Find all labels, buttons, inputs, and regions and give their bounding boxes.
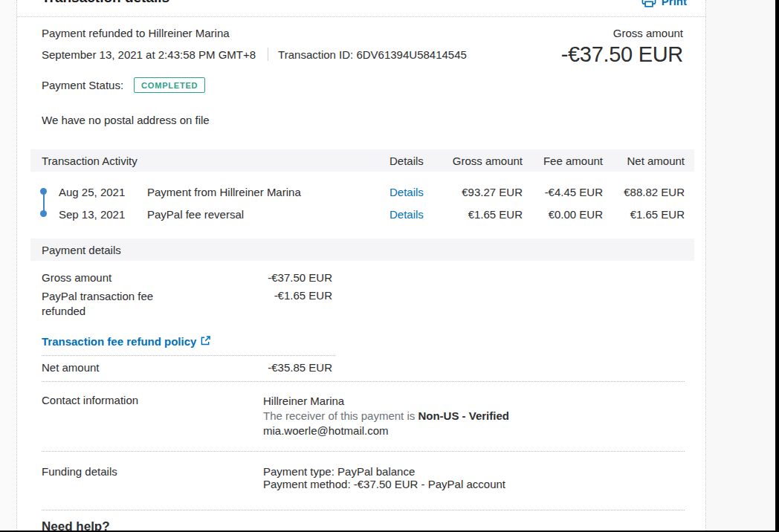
- table-row: Aug 25, 2021 Payment from Hillreiner Mar…: [42, 181, 685, 203]
- row-fee: €0.00 EUR: [523, 208, 603, 221]
- row-description: PayPal fee reversal: [147, 208, 371, 221]
- card-content: Payment refunded to Hillreiner Marina Gr…: [17, 27, 705, 532]
- activity-header-grid: Transaction Activity Details Gross amoun…: [42, 149, 685, 172]
- refund-title: Payment refunded to Hillreiner Marina: [42, 27, 230, 42]
- transaction-card: Transaction details Print Payment refund…: [16, 0, 706, 532]
- payment-detail-row: Gross amount -€37.50 EUR: [42, 271, 683, 284]
- detail-value: -€37.50 EUR: [248, 271, 332, 284]
- table-row: Sep 13, 2021 PayPal fee reversal Details…: [42, 203, 685, 225]
- gross-amount-label: Gross amount: [613, 27, 683, 42]
- row-fee: -€4.45 EUR: [523, 186, 603, 198]
- date-line: September 13, 2021 at 2:43:58 PM GMT+8 T…: [42, 46, 467, 62]
- external-link-icon: [201, 335, 210, 348]
- transaction-details-page: Transaction details Print Payment refund…: [0, 0, 779, 532]
- column-gross: Gross amount: [430, 155, 523, 167]
- divider: [42, 381, 685, 382]
- date-amount-row: September 13, 2021 at 2:43:58 PM GMT+8 T…: [42, 46, 683, 67]
- row-gross: €93.27 EUR: [430, 186, 523, 198]
- payment-details-title: Payment details: [42, 244, 121, 256]
- receiver-status: Non-US - Verified: [418, 409, 509, 422]
- funding-details-label: Funding details: [42, 465, 263, 490]
- receiver-status-line: The receiver of this payment is Non-US -…: [263, 409, 683, 424]
- row-net: €1.65 EUR: [603, 208, 685, 221]
- net-amount-row: Net amount -€35.85 EUR: [42, 361, 683, 374]
- net-amount-label: Net amount: [42, 361, 248, 374]
- print-label: Print: [662, 0, 687, 7]
- postal-note: We have no postal address on file: [42, 114, 683, 129]
- row-gross: €1.65 EUR: [430, 208, 523, 221]
- contact-information-label: Contact information: [42, 394, 263, 438]
- print-button[interactable]: Print: [641, 0, 687, 7]
- page-title: Transaction details: [42, 0, 169, 6]
- row-date: Aug 25, 2021: [42, 186, 147, 198]
- detail-label: Gross amount: [42, 271, 248, 284]
- receiver-status-prefix: The receiver of this payment is: [263, 409, 418, 422]
- row-net: €88.82 EUR: [603, 186, 685, 198]
- payment-type: Payment type: PayPal balance: [263, 465, 683, 478]
- row-description: Payment from Hillreiner Marina: [147, 186, 371, 198]
- contact-information-value: Hillreiner Marina The receiver of this p…: [263, 394, 683, 438]
- column-net: Net amount: [603, 155, 685, 167]
- activity-section-header: Transaction Activity Details Gross amoun…: [30, 149, 694, 172]
- vertical-separator: [268, 48, 268, 61]
- details-link[interactable]: Details: [390, 186, 424, 198]
- payment-status-label: Payment Status:: [42, 79, 123, 91]
- fee-refund-policy-link[interactable]: Transaction fee refund policy: [42, 334, 683, 348]
- activity-rows: Aug 25, 2021 Payment from Hillreiner Mar…: [42, 181, 683, 225]
- screen-edge-right: [775, 0, 779, 532]
- payment-detail-row: PayPal transaction fee refunded -€1.65 E…: [42, 289, 683, 319]
- activity-title: Transaction Activity: [42, 155, 371, 167]
- card-header: Transaction details Print: [17, 0, 705, 17]
- transaction-id: Transaction ID: 6DV61394U58414545: [278, 48, 467, 61]
- activity-timeline: [40, 181, 49, 225]
- funding-details-value: Payment type: PayPal balance Payment met…: [263, 465, 683, 490]
- contact-information-section: Contact information Hillreiner Marina Th…: [42, 394, 683, 438]
- row-date: Sep 13, 2021: [42, 208, 147, 221]
- fee-refund-policy-label: Transaction fee refund policy: [42, 335, 196, 348]
- payment-details-header: Payment details: [30, 239, 694, 261]
- refund-header-row: Payment refunded to Hillreiner Marina Gr…: [42, 27, 683, 42]
- detail-label: PayPal transaction fee refunded: [42, 289, 190, 319]
- gross-amount-value: -€37.50 EUR: [561, 42, 683, 67]
- contact-name: Hillreiner Marina: [263, 394, 683, 409]
- divider: [42, 355, 335, 356]
- details-link[interactable]: Details: [390, 208, 424, 221]
- payment-method: Payment method: -€37.50 EUR - PayPal acc…: [263, 478, 683, 490]
- print-icon: [641, 0, 656, 7]
- divider: [42, 510, 685, 510]
- transaction-date: September 13, 2021 at 2:43:58 PM GMT+8: [42, 48, 256, 61]
- timeline-dot: [40, 188, 47, 195]
- divider: [42, 451, 685, 452]
- right-margin: [707, 0, 775, 532]
- net-amount-value: -€35.85 EUR: [248, 361, 332, 374]
- column-details: Details: [371, 155, 430, 167]
- detail-value: -€1.65 EUR: [248, 289, 332, 319]
- timeline-dot: [40, 210, 47, 217]
- status-badge: COMPLETED: [134, 77, 205, 93]
- payment-status-row: Payment Status: COMPLETED: [42, 76, 683, 94]
- funding-details-section: Funding details Payment type: PayPal bal…: [42, 465, 683, 490]
- contact-email: mia.woerle@hotmail.com: [263, 424, 683, 438]
- column-fee: Fee amount: [523, 155, 603, 167]
